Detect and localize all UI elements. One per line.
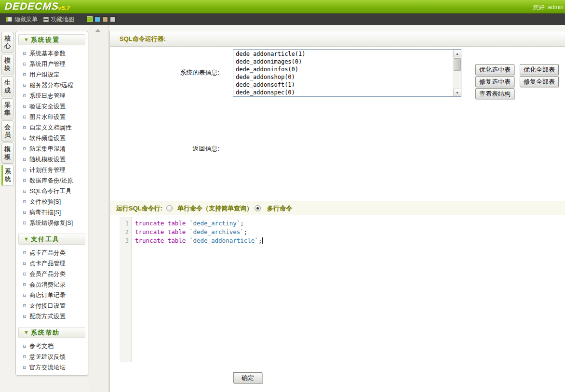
section-collapse-icon: ▼ (24, 35, 29, 45)
module-tab-collect[interactable]: 采集 (1, 98, 13, 119)
repair-all-button[interactable]: 修复全部表 (520, 76, 559, 87)
sidebar-item-sql-tool[interactable]: SQL命令行工具 (16, 186, 88, 196)
sql-command-bar: 运行SQL命令行: 单行命令（支持简单查询） 多行命令 (110, 201, 565, 215)
module-tab-template[interactable]: 模板 (1, 143, 13, 164)
module-tab-member[interactable]: 会员 (1, 120, 13, 142)
sidebar-item-label: 随机模板设置 (29, 156, 66, 164)
panel-title: SQL命令运行器: (110, 31, 565, 47)
sidebar-item-label: 官方交流论坛 (29, 364, 66, 372)
single-command-radio[interactable] (166, 205, 173, 211)
sidebar-item-label: SQL命令行工具 (29, 187, 72, 196)
table-option[interactable]: dede_addonshop(0) (234, 73, 452, 81)
theme-swatch-gray[interactable] (110, 16, 116, 22)
sql-punctuation: ; (244, 228, 248, 235)
sidebar-item-card-category[interactable]: 点卡产品分类 (16, 248, 88, 258)
table-option[interactable]: dede_addoninfos(0) (234, 65, 452, 73)
sidebar-item-cron-tasks[interactable]: 计划任务管理 (16, 165, 88, 175)
table-option[interactable]: dede_addonimages(0) (234, 58, 452, 65)
sidebar-item-system-log[interactable]: 系统日志管理 (16, 91, 88, 101)
sidebar-item-software-channel[interactable]: 软件频道设置 (16, 133, 88, 144)
sidebar-item-label: 系统基本参数 (29, 50, 66, 58)
code-line[interactable]: truncate table `dede_arctiny`; (135, 219, 563, 228)
sidebar-item-label: 点卡产品管理 (29, 260, 66, 268)
sidebar-item-usergroup[interactable]: 用户组设定 (16, 69, 88, 80)
section-header-payment-tools[interactable]: ▼ 支付工具 (18, 234, 85, 245)
theme-swatch-green[interactable] (87, 16, 93, 22)
table-option[interactable]: dede_addonspec(0) (234, 89, 452, 96)
sidebar-item-virus-scan[interactable]: 病毒扫描[S] (16, 207, 88, 218)
sidebar-item-shop-orders[interactable]: 商店订单记录 (16, 290, 88, 301)
sidebar-item-delivery-settings[interactable]: 配货方式设置 (16, 311, 88, 322)
view-structure-button[interactable]: 查看表结构 (475, 88, 514, 99)
sidebar-item-custom-doc-attr[interactable]: 自定义文档属性 (16, 122, 88, 133)
code-line[interactable]: truncate table `dede_addonarticle`; (135, 236, 563, 245)
sidebar-item-error-repair[interactable]: 系统错误修复[S] (16, 218, 88, 228)
module-tab-core[interactable]: 核心 (1, 32, 13, 53)
sidebar-item-member-consume-log[interactable]: 会员消费记录 (16, 279, 88, 290)
section-collapse-icon: ▼ (24, 234, 29, 244)
sidebar-item-label: 商店订单记录 (29, 291, 66, 300)
section-header-system-help[interactable]: ▼ 系统帮助 (18, 327, 85, 338)
scroll-up-icon[interactable] (95, 29, 100, 32)
code-line[interactable]: truncate table `dede_archives`; (135, 228, 563, 236)
hide-menu-icon (6, 17, 12, 22)
bullet-icon (23, 355, 26, 358)
theme-swatch-tan[interactable] (102, 16, 108, 22)
sidebar-item-watermark[interactable]: 图片水印设置 (16, 112, 88, 122)
multi-command-radio[interactable] (255, 205, 261, 211)
line-number: 2 (120, 228, 131, 236)
confirm-button[interactable]: 确定 (233, 372, 262, 383)
section-header-system-settings[interactable]: ▼ 系统设置 (18, 34, 85, 45)
sql-code-editor[interactable]: truncate table `dede_arctiny`; truncate … (135, 219, 563, 362)
sidebar-item-random-template[interactable]: 随机模板设置 (16, 154, 88, 165)
scrollbar-down-icon[interactable]: ▼ (453, 89, 461, 96)
sidebar-item-db-backup[interactable]: 数据库备份/还原 (16, 175, 88, 186)
sidebar-item-anti-collect[interactable]: 防采集串混淆 (16, 144, 88, 154)
sidebar-item-pay-interface[interactable]: 支付接口设置 (16, 301, 88, 311)
sidebar-item-feedback[interactable]: 意见建议反馈 (16, 352, 88, 362)
sidebar-item-label: 会员产品分类 (29, 270, 66, 278)
scrollbar-thumb[interactable] (454, 58, 461, 71)
sql-keyword: truncate table (135, 228, 189, 235)
line-number: 3 (120, 236, 131, 245)
scrollbar-up-icon[interactable]: ▲ (453, 50, 461, 57)
bullet-icon (23, 200, 26, 203)
optimize-all-button[interactable]: 优化全部表 (520, 64, 559, 75)
table-info-label: 系统的表信息: (110, 68, 219, 77)
sql-identifier: `dede_archives` (189, 228, 244, 235)
table-option[interactable]: dede_addonsoft(1) (234, 81, 452, 89)
bullet-icon (23, 179, 26, 182)
function-map-label: 功能地图 (51, 15, 74, 24)
theme-switcher (85, 16, 116, 22)
module-tab-module[interactable]: 模块 (1, 54, 13, 75)
sidebar-item-label: 数据库备份/还原 (29, 177, 73, 185)
optimize-selected-button[interactable]: 优化选中表 (475, 64, 514, 75)
bullet-icon (23, 294, 26, 297)
module-tab-generate[interactable]: 生成 (1, 76, 13, 97)
single-command-label[interactable]: 单行命令（支持简单查询） (177, 201, 253, 216)
sidebar-item-user-mgmt[interactable]: 系统用户管理 (16, 59, 88, 69)
sidebar-item-official-forum[interactable]: 官方交流论坛 (16, 362, 88, 373)
theme-swatch-blue[interactable] (94, 16, 100, 22)
bullet-icon (23, 190, 26, 193)
sidebar-item-file-check[interactable]: 文件校验[S] (16, 196, 88, 207)
tables-listbox[interactable]: dede_addonarticle(1) dede_addonimages(0)… (233, 49, 461, 97)
bullet-icon (23, 345, 26, 348)
sidebar-item-member-product-cat[interactable]: 会员产品分类 (16, 269, 88, 279)
module-tab-system[interactable]: 系统 (1, 165, 13, 186)
sidebar-item-server-dist[interactable]: 服务器分布/远程 (16, 80, 88, 91)
repair-selected-button[interactable]: 修复选中表 (475, 76, 514, 87)
sidebar-item-reference-docs[interactable]: 参考文档 (16, 341, 88, 352)
sidebar-item-verify-safety[interactable]: 验证安全设置 (16, 101, 88, 112)
listbox-scrollbar[interactable]: ▲ ▼ (453, 50, 461, 96)
dedecms-logo: DEDECMS (4, 0, 59, 12)
sidebar-item-label: 病毒扫描[S] (29, 209, 61, 217)
bullet-icon (23, 273, 26, 275)
sidebar-item-basic-params[interactable]: 系统基本参数 (16, 48, 88, 59)
sidebar-item-card-mgmt[interactable]: 点卡产品管理 (16, 258, 88, 269)
function-map-button[interactable]: 功能地图 (43, 15, 74, 24)
table-option[interactable]: dede_addonarticle(1) (234, 50, 452, 58)
multi-command-label[interactable]: 多行命令 (267, 201, 292, 216)
bullet-icon (23, 147, 26, 150)
hide-menu-button[interactable]: 隐藏菜单 (6, 15, 38, 24)
